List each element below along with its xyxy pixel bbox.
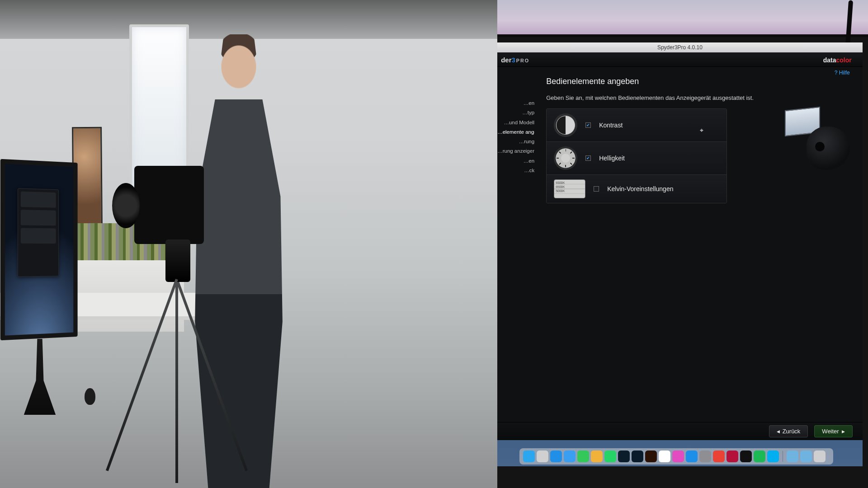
logo-suffix: PRO xyxy=(516,58,529,63)
studio-photo xyxy=(0,0,497,488)
triangle-left-icon: ◀ xyxy=(777,429,780,434)
dock-app-mail[interactable] xyxy=(564,450,576,462)
wizard-step[interactable]: …und Modell xyxy=(497,118,534,127)
dock-app-itunes[interactable] xyxy=(672,450,684,462)
dock-app-safari[interactable] xyxy=(550,450,562,462)
app-logo: der3PRO xyxy=(501,56,529,64)
brand-logo: datacolor xyxy=(823,56,852,64)
wizard-step[interactable]: …typ xyxy=(497,108,534,117)
dock-app-settings[interactable] xyxy=(699,450,711,462)
mouse xyxy=(85,388,95,405)
spyder-app-window: der3PRO datacolor …en…typ…und Modell…ele… xyxy=(497,52,863,440)
label-kontrast: Kontrast xyxy=(599,122,623,129)
dock-app-bridge[interactable] xyxy=(645,450,657,462)
dock-app-skype[interactable] xyxy=(767,450,779,462)
wizard-step[interactable]: …en xyxy=(497,156,534,166)
colorimeter-icon xyxy=(807,127,850,170)
logo-prefix: der xyxy=(501,56,511,64)
window-titlebar[interactable]: Spyder3Pro 4.0.10 xyxy=(497,42,863,52)
device-illustration xyxy=(782,108,850,181)
dock-app-lightroom[interactable] xyxy=(618,450,630,462)
brand-part1: data xyxy=(823,56,836,64)
next-button[interactable]: Weiter ▶ xyxy=(814,425,852,437)
checkbox-kontrast[interactable] xyxy=(585,122,591,128)
wizard-step[interactable]: …elemente angeben xyxy=(497,127,534,137)
dock-app-launchpad[interactable] xyxy=(537,450,548,462)
back-button-label: Zurück xyxy=(783,428,801,435)
monitor-bezel: Spyder3Pro 4.0.10 der3PRO datacolor …en…… xyxy=(497,0,868,488)
window-title: Spyder3Pro 4.0.10 xyxy=(657,44,703,51)
help-link[interactable]: Hilfe xyxy=(835,70,850,76)
label-kelvin: Kelvin-Voreinstellungen xyxy=(607,185,673,192)
app-header: der3PRO datacolor xyxy=(497,52,863,67)
kelvin-icon: 9300K6500K5000K xyxy=(554,179,585,198)
checkbox-kelvin[interactable] xyxy=(594,186,599,192)
camera xyxy=(134,166,204,244)
back-button[interactable]: ◀ Zurück xyxy=(769,425,808,437)
brightness-icon xyxy=(554,146,577,170)
dock-app-documents[interactable] xyxy=(800,450,812,462)
dock-app-spotify[interactable] xyxy=(754,450,765,462)
control-row-helligkeit[interactable]: Helligkeit xyxy=(547,142,726,175)
wizard-sidebar: …en…typ…und Modell…elemente angeben…rung… xyxy=(497,67,538,419)
macos-dock[interactable] xyxy=(519,448,834,465)
label-helligkeit: Helligkeit xyxy=(599,155,625,162)
next-button-label: Weiter xyxy=(822,428,839,435)
left-monitor-screen xyxy=(0,159,78,341)
page-title: Bedienelemente angeben xyxy=(546,77,849,86)
ceiling xyxy=(0,0,497,39)
left-monitor-app-window xyxy=(18,188,59,277)
right-monitor: Spyder3Pro 4.0.10 der3PRO datacolor …en…… xyxy=(497,0,868,488)
wizard-step[interactable]: …rung xyxy=(497,137,534,146)
dock-app-spyder[interactable] xyxy=(726,450,738,462)
dock-app-maps[interactable] xyxy=(591,450,603,462)
brand-part2: color xyxy=(836,56,851,64)
controls-panel: Kontrast Helligkeit 9300K6500K5000K Kelv… xyxy=(546,108,727,203)
dock-app-terminal[interactable] xyxy=(740,450,752,462)
wizard-footer: ◀ Zurück Weiter ▶ xyxy=(497,422,863,440)
wizard-step[interactable]: …ck xyxy=(497,166,534,175)
person xyxy=(189,34,288,488)
logo-number: 3 xyxy=(512,56,515,64)
dock-separator xyxy=(783,451,783,462)
dock-app-chrome[interactable] xyxy=(713,450,725,462)
left-monitor xyxy=(0,161,80,415)
control-row-kelvin[interactable]: 9300K6500K5000K Kelvin-Voreinstellungen xyxy=(547,175,726,203)
dock-app-photoshop[interactable] xyxy=(632,450,643,462)
control-row-kontrast[interactable]: Kontrast xyxy=(547,109,726,142)
dock-app-downloads[interactable] xyxy=(787,450,798,462)
dock-app-whatsapp[interactable] xyxy=(604,450,616,462)
dock-app-appstore[interactable] xyxy=(686,450,698,462)
dock-app-finder[interactable] xyxy=(523,450,535,462)
mouse-cursor-icon xyxy=(700,127,703,134)
monitor-screen: Spyder3Pro 4.0.10 der3PRO datacolor …en…… xyxy=(497,42,863,466)
triangle-right-icon: ▶ xyxy=(842,429,845,434)
contrast-icon xyxy=(554,113,577,137)
wizard-content: Hilfe Bedienelemente angeben Geben Sie a… xyxy=(538,67,863,419)
dock-app-photos[interactable] xyxy=(659,450,670,462)
wizard-step[interactable]: …en xyxy=(497,99,534,108)
dock-app-messages[interactable] xyxy=(577,450,589,462)
wall-behind-monitor xyxy=(497,0,868,37)
dock-app-trash[interactable] xyxy=(814,450,826,462)
wizard-step[interactable]: …rung anzeigen xyxy=(497,146,534,156)
left-monitor-stand xyxy=(24,339,56,415)
checkbox-helligkeit[interactable] xyxy=(585,155,591,161)
page-subtitle: Geben Sie an, mit welchen Bedienelemente… xyxy=(546,94,849,101)
